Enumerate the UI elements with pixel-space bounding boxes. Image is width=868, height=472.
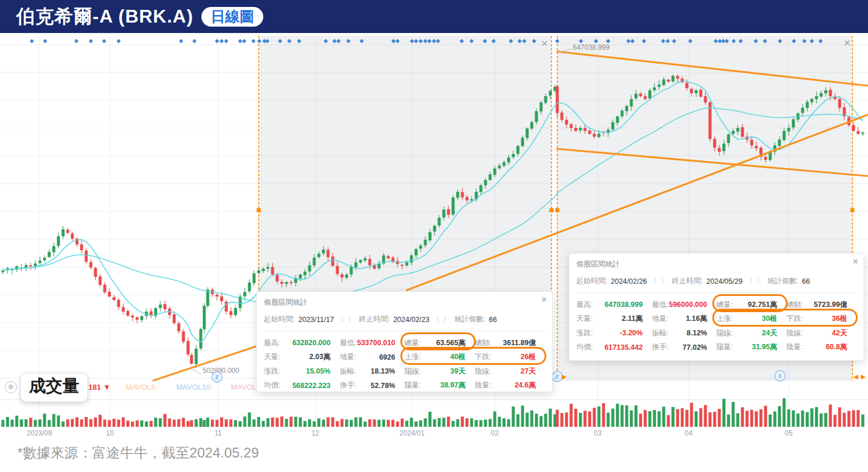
event-dot-icon[interactable] (89, 39, 93, 43)
x-axis-label: 11 (215, 429, 222, 437)
stat-label: 陽量: (716, 342, 733, 352)
stats-row: 均價:617135.442換手:77.02%陽量:31.95萬陰量:60.8萬 (576, 341, 856, 355)
stat-label: 陰量: (786, 342, 803, 352)
stat-cell: 漲跌:-3.20% (576, 326, 652, 341)
event-dot-icon[interactable] (179, 39, 183, 43)
stat-value: 27天 (521, 367, 536, 376)
stat-label: 最高: (576, 300, 593, 310)
count-label: 統計個數: (767, 276, 798, 286)
event-dot-icon[interactable] (251, 39, 255, 43)
region-drag-handle[interactable] (257, 208, 261, 213)
expand-badge-icon[interactable]: E (775, 371, 785, 381)
svg-text:E: E (778, 372, 782, 379)
volume-callout-badge: 成交量 (20, 373, 88, 402)
stat-label: 最低: (652, 300, 668, 310)
region-drag-handle[interactable] (550, 208, 554, 213)
panel-close-icon[interactable]: ✕ (541, 295, 547, 304)
panel-close-icon[interactable]: ✕ (852, 257, 859, 266)
range-arrow-handle[interactable]: ▶ (562, 373, 567, 380)
stat-label: 天量: (264, 352, 280, 362)
range-arrow-handle[interactable]: ▶ (861, 373, 866, 380)
stat-cell: 陰線:27天 (475, 364, 545, 379)
x-axis-label: 2024/01 (399, 429, 425, 437)
region-drag-handle[interactable] (851, 208, 855, 213)
stat-label: 換手: (652, 342, 668, 352)
stats-row: 漲跌:15.05%振幅:18.13%陽線:39天陰線:27天 (264, 364, 545, 379)
start-time-stepper[interactable]: 〈 〉 (337, 315, 355, 324)
stat-cell: 均價:617135.442 (576, 341, 652, 355)
event-dot-icon[interactable] (192, 39, 196, 43)
stat-value: 596000.000 (669, 301, 707, 309)
count-value: 66 (489, 316, 497, 324)
stat-label: 均價: (576, 342, 593, 352)
stat-cell: 最低:533700.010 (340, 336, 404, 350)
stat-label: 均價: (264, 380, 280, 390)
stat-value: 8.12% (687, 329, 707, 337)
x-axis-label: 03 (594, 429, 602, 437)
count-label: 統計個數: (454, 314, 485, 324)
event-dot-icon[interactable] (102, 39, 106, 43)
gear-icon[interactable]: ⚙ (5, 381, 17, 393)
stat-cell: 漲跌:15.05% (264, 364, 340, 379)
end-time-label: 終止時間: (672, 276, 703, 286)
stat-cell: 最高:647038.999 (576, 298, 652, 312)
stat-cell: 均價:568222.223 (264, 379, 340, 393)
stat-label: 振幅: (340, 367, 356, 376)
highlight-oval (400, 347, 546, 365)
event-dot-icon[interactable] (224, 39, 228, 43)
panel-title: 個股區間統計 (576, 259, 856, 269)
count-value: 66 (802, 277, 810, 286)
mavol5-label: MAVOL5: (126, 383, 157, 391)
stat-cell: 天量:2.11萬 (576, 312, 652, 327)
end-time-stepper[interactable]: 〈 〉 (433, 315, 451, 324)
price-label: 647038.999 (573, 43, 610, 52)
stat-value: 31.95萬 (752, 342, 777, 352)
event-dot-icon[interactable] (116, 39, 120, 43)
stat-value: 38.97萬 (440, 380, 466, 390)
expand-badge-icon[interactable]: E (552, 371, 562, 382)
stat-cell: 陽量:38.97萬 (404, 379, 475, 393)
stat-label: 漲跌: (576, 328, 593, 338)
stat-cell: 換手:77.02% (652, 341, 716, 355)
stat-label: 陰量: (475, 380, 491, 390)
event-dot-icon[interactable] (74, 39, 78, 43)
trendline[interactable] (153, 343, 267, 380)
event-dot-icon[interactable] (242, 39, 246, 43)
start-time-stepper[interactable]: 〈 〉 (650, 277, 668, 286)
stat-value: 18.13% (371, 367, 395, 375)
stat-label: 天量: (576, 314, 593, 324)
stat-value: 6926 (379, 353, 395, 361)
down-arrow-icon[interactable]: ▼ (103, 383, 111, 391)
start-time-label: 起始時間: (264, 314, 295, 324)
stat-label: 最高: (264, 338, 280, 348)
range-arrow-handle[interactable]: ◀ (854, 373, 859, 380)
start-time-value: 2024/02/26 (610, 277, 647, 286)
divider (264, 331, 545, 331)
stat-cell: 振幅:18.13% (340, 364, 404, 379)
stat-label: 地量: (652, 314, 668, 324)
event-dot-icon[interactable] (215, 39, 219, 43)
stat-value: 1.16萬 (686, 314, 707, 324)
end-time-value: 2024/02/23 (393, 316, 430, 324)
event-dot-icon[interactable] (238, 39, 242, 43)
stat-value: 2.03萬 (309, 352, 330, 362)
stat-value: 647038.999 (605, 301, 643, 309)
divider (576, 292, 856, 293)
event-dot-icon[interactable] (30, 39, 34, 43)
stat-value: 77.02% (683, 343, 707, 352)
stat-value: 24.6萬 (514, 380, 536, 390)
stat-label: 換手: (340, 380, 356, 390)
end-time-stepper[interactable]: 〈 〉 (746, 277, 764, 286)
x-axis-label: 12 (311, 429, 319, 437)
event-dot-icon[interactable] (219, 39, 223, 43)
stat-value: 42天 (832, 328, 847, 338)
stat-cell: 振幅:8.12% (652, 326, 716, 341)
region-drag-handle[interactable] (556, 208, 560, 213)
stat-cell: 地量:1.16萬 (652, 312, 716, 327)
stat-value: 533700.010 (357, 339, 395, 347)
interval-stats-panel-1: ✕個股區間統計起始時間:2023/11/17〈 〉終止時間:2024/02/23… (256, 291, 553, 392)
start-time-label: 起始時間: (576, 276, 607, 286)
stat-cell: 陰量:60.8萬 (786, 341, 856, 355)
start-time-value: 2023/11/17 (298, 316, 334, 324)
event-dot-icon[interactable] (43, 39, 47, 43)
